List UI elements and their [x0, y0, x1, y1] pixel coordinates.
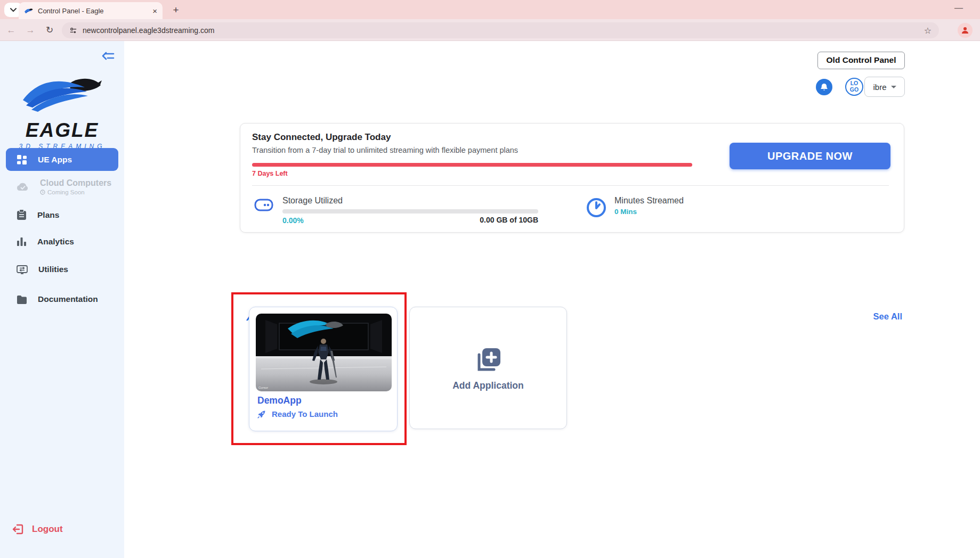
url-bar[interactable]: newcontrolpanel.eagle3dstreaming.com ☆ [62, 22, 939, 38]
grid-dashboard-icon [17, 154, 27, 165]
see-all-link[interactable]: See All [873, 311, 902, 322]
browser-toolbar: ← → ↻ newcontrolpanel.eagle3dstreaming.c… [0, 19, 980, 41]
coming-soon-badge: Coming Soon [40, 189, 111, 195]
chevron-down-icon [10, 8, 17, 12]
sidebar-item-analytics[interactable]: Analytics [0, 237, 124, 247]
app-status: Ready To Launch [257, 409, 338, 418]
eagle-wings-icon [20, 70, 105, 116]
browser-tab[interactable]: Control Panel - Eagle × [19, 2, 163, 19]
sidebar-item-ue-apps[interactable]: UE Apps [6, 148, 118, 171]
brand-logo: EAGLE 3D STREAMING [0, 70, 124, 150]
sidebar-item-cloud-computers: Cloud Computers Coming Soon [0, 178, 124, 195]
logout-label: Logout [32, 524, 63, 535]
url-text[interactable]: newcontrolpanel.eagle3dstreaming.com [83, 26, 919, 35]
site-settings-icon[interactable] [69, 27, 77, 35]
account-menu-button[interactable]: ibre [864, 77, 905, 97]
tab-title: Control Panel - Eagle [38, 7, 148, 15]
add-application-label: Add Application [452, 380, 524, 391]
thumbnail-caption: Cursor [258, 386, 268, 389]
sidebar: EAGLE 3D STREAMING UE Apps Cloud [0, 41, 124, 558]
storage-icon [254, 198, 273, 214]
app-root: EAGLE 3D STREAMING UE Apps Cloud [0, 41, 980, 558]
trial-progress-fill [252, 163, 692, 167]
upgrade-banner-card: Stay Connected, Upgrade Today Transition… [240, 123, 904, 233]
storage-usage: 0.00 GB of 10GB [282, 216, 538, 224]
logout-button[interactable]: Logout [12, 523, 63, 536]
bookmark-star-icon[interactable]: ☆ [924, 26, 932, 36]
banner-divider [252, 185, 889, 186]
sidebar-item-label: Plans [37, 210, 59, 220]
trial-progress-bar [252, 163, 692, 167]
chevron-down-icon [891, 86, 896, 88]
minutes-streamed-label: Minutes Streamed [614, 196, 684, 206]
banner-subtitle: Transition from a 7-day trial to unlimit… [252, 146, 518, 154]
sidebar-item-label: Utilities [38, 265, 68, 274]
app-thumbnail[interactable]: Cursor [256, 314, 392, 391]
browser-profile-avatar[interactable] [958, 23, 973, 38]
org-logo-avatar[interactable]: LO GO [845, 78, 863, 96]
sidebar-collapse-button[interactable] [101, 51, 115, 64]
sidebar-item-label: Documentation [38, 294, 98, 304]
add-application-card[interactable]: Add Application [409, 307, 567, 429]
bar-chart-icon [17, 237, 27, 247]
main-content: Old Control Panel LO GO ibre Stay Connec… [124, 41, 980, 558]
storage-progress-bar [282, 209, 538, 214]
reload-button[interactable]: ↻ [43, 23, 56, 37]
clipboard-icon [17, 209, 27, 220]
browser-tab-strip: Control Panel - Eagle × + — [0, 0, 980, 19]
notifications-button[interactable] [816, 79, 832, 95]
app-status-label: Ready To Launch [272, 409, 338, 418]
demoapp-card[interactable]: Cursor DemoApp Ready To Launch [249, 307, 398, 431]
back-button[interactable]: ← [4, 23, 18, 37]
sidebar-item-utilities[interactable]: Utilities [0, 265, 124, 274]
sidebar-item-label: UE Apps [38, 155, 72, 165]
old-control-panel-button[interactable]: Old Control Panel [817, 52, 905, 69]
sidebar-item-documentation[interactable]: Documentation [0, 294, 124, 304]
eagle-favicon [24, 7, 33, 14]
upgrade-now-button[interactable]: UPGRADE NOW [730, 143, 890, 169]
sidebar-item-plans[interactable]: Plans [0, 209, 124, 220]
cloud-check-icon [17, 182, 29, 192]
collapse-sidebar-icon [101, 51, 115, 62]
transfer-card-icon [17, 265, 28, 274]
folder-icon [17, 295, 27, 304]
forward-button[interactable]: → [23, 23, 37, 37]
new-tab-button[interactable]: + [169, 4, 183, 16]
days-left-label: 7 Days Left [252, 170, 288, 177]
banner-title: Stay Connected, Upgrade Today [252, 132, 391, 143]
rocket-icon [257, 409, 266, 418]
tab-close-icon[interactable]: × [152, 6, 157, 15]
logo-badge-bottom: GO [846, 87, 862, 93]
storage-label: Storage Utilized [282, 196, 343, 206]
person-icon [961, 26, 969, 35]
window-minimize-button[interactable]: — [954, 3, 963, 13]
clock-small-icon [40, 190, 45, 195]
browser-window: Control Panel - Eagle × + — ← → ↻ newcon… [0, 0, 980, 558]
sidebar-item-label: Analytics [37, 237, 74, 247]
bell-icon [820, 83, 828, 92]
sidebar-item-label: Cloud Computers [40, 178, 111, 188]
minutes-streamed-value: 0 Mins [614, 208, 637, 216]
minutes-clock-icon [586, 197, 607, 220]
account-name: ibre [873, 83, 886, 92]
brand-title: EAGLE [0, 119, 124, 142]
logout-icon [12, 523, 25, 536]
app-name[interactable]: DemoApp [257, 395, 302, 406]
add-application-icon [474, 345, 503, 374]
